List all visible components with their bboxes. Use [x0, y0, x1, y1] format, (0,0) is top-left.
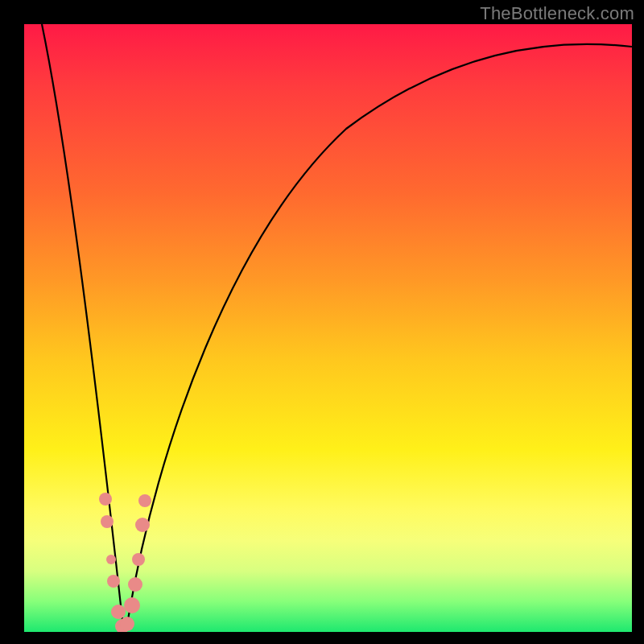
svg-point-2 — [106, 555, 116, 564]
plot-area — [24, 24, 632, 632]
svg-point-3 — [107, 575, 120, 588]
svg-point-8 — [128, 577, 142, 592]
bottleneck-curve — [42, 24, 632, 627]
svg-point-7 — [124, 597, 140, 613]
highlight-points — [99, 493, 151, 632]
watermark-text: TheBottleneck.com — [480, 3, 634, 24]
svg-point-1 — [101, 515, 114, 528]
curve-layer — [24, 24, 632, 632]
svg-point-9 — [132, 553, 145, 566]
svg-point-10 — [135, 518, 150, 532]
svg-point-4 — [111, 605, 126, 619]
svg-point-6 — [120, 617, 134, 631]
chart-frame: TheBottleneck.com — [0, 0, 644, 644]
svg-point-11 — [138, 494, 151, 507]
svg-point-0 — [99, 493, 112, 506]
